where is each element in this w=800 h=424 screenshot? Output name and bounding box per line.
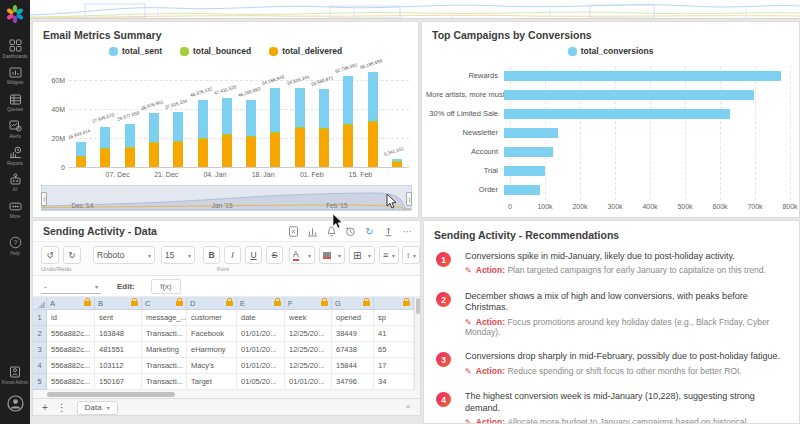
navigator-right-handle[interactable]: || [406, 192, 412, 206]
campaign-bar[interactable] [504, 166, 545, 176]
grid-cell[interactable]: 556a882c... [47, 358, 95, 374]
sidebar-item-help[interactable]: ? Help [0, 233, 30, 260]
grid-horizontal-scrollbar[interactable] [33, 390, 420, 398]
font-size-select[interactable]: 15 ▾ [161, 246, 195, 264]
email-bar[interactable]: 16,943,814 [76, 142, 86, 167]
history-clock-icon[interactable] [344, 225, 357, 238]
row-number[interactable]: 5 [33, 374, 47, 390]
grid-cell[interactable]: id [47, 310, 95, 326]
alert-bell-icon[interactable] [325, 225, 338, 238]
sidebar-item-more[interactable]: More [0, 197, 30, 224]
grid-cell[interactable]: 34796 [332, 374, 374, 390]
email-chart-navigator[interactable]: || || Dec '14 Jan '15 Feb '15 [41, 185, 412, 211]
row-number[interactable]: 2 [33, 326, 47, 342]
email-bar[interactable]: 53,983,971 [319, 89, 329, 167]
sheet-tab-data[interactable]: Data ▾ [77, 401, 118, 415]
grid-cell[interactable]: Transacti... [142, 358, 187, 374]
email-bar[interactable]: 27,945,570 [100, 127, 110, 168]
row-number[interactable]: 4 [33, 358, 47, 374]
column-header-B[interactable]: B [95, 297, 142, 310]
grid-cell[interactable]: 556a882c... [47, 342, 95, 358]
grid-cell[interactable]: customer [187, 310, 237, 326]
grid-cell[interactable]: 17 [374, 358, 414, 374]
fx-button[interactable]: f(x) [151, 279, 181, 294]
grid-cell[interactable]: 01/01/20... [237, 342, 285, 358]
column-header-G[interactable]: G [332, 297, 374, 310]
email-bar[interactable]: 54,615,344 [295, 88, 305, 167]
knowi-logo-icon[interactable] [5, 4, 25, 28]
font-family-select[interactable]: Roboto ▾ [93, 246, 155, 264]
campaign-bar[interactable] [504, 185, 540, 195]
legend-item-total_sent[interactable]: total_sent [109, 46, 162, 56]
column-header-D[interactable]: D [187, 297, 237, 310]
strikethrough-button[interactable]: S [266, 246, 283, 264]
legend-item-total_delivered[interactable]: total_delivered [269, 46, 342, 56]
grid-cell[interactable]: 38449 [332, 326, 374, 342]
grid-cell[interactable]: 12/25/20... [285, 358, 332, 374]
email-bar[interactable]: 62,786,581 [343, 76, 353, 167]
grid-cell[interactable]: 01/05/20... [237, 374, 285, 390]
redo-button[interactable]: ↻ [63, 246, 81, 264]
bold-button[interactable]: B [203, 246, 220, 264]
grid-cell[interactable]: 01/01/20... [285, 374, 332, 390]
select-all-corner[interactable] [33, 297, 47, 310]
grid-cell[interactable]: 12/25/20... [285, 342, 332, 358]
campaign-bar[interactable] [504, 90, 754, 100]
column-header-partial[interactable] [374, 297, 414, 310]
grid-cell[interactable]: date [237, 310, 285, 326]
italic-button[interactable]: I [224, 246, 241, 264]
grid-cell[interactable]: 01/01/20... [237, 326, 285, 342]
sidebar-item-knowi-admin[interactable]: Knowi Admin [0, 363, 30, 389]
navigator-left-handle[interactable]: || [41, 192, 47, 206]
align-button[interactable]: ≡ ▾ [379, 246, 399, 264]
more-options-icon[interactable]: ⋯ [401, 225, 414, 238]
grid-cell[interactable]: 34 [374, 374, 414, 390]
grid-cell[interactable]: message_... [142, 310, 187, 326]
borders-button[interactable]: ⊞ ▾ [349, 246, 375, 264]
grid-vertical-scrollbar[interactable] [414, 297, 420, 390]
email-bar[interactable]: 65,199,699 [368, 72, 378, 167]
refresh-icon[interactable]: ↻ [363, 225, 376, 238]
sidebar-item-widgets[interactable]: Widgets [0, 63, 30, 90]
sidebar-item-alerts[interactable]: Alerts [0, 116, 30, 143]
add-sheet-button[interactable]: + [42, 402, 48, 413]
grid-cell[interactable]: opened [332, 310, 374, 326]
grid-cell[interactable]: 103112 [95, 358, 142, 374]
email-bar[interactable]: 29,577,059 [125, 124, 135, 167]
grid-cell[interactable]: sent [95, 310, 142, 326]
sidebar-item-dashboards[interactable]: Dashboards [0, 36, 30, 63]
email-bar[interactable]: 36,976,901 [149, 113, 159, 167]
sidebar-item-reports[interactable]: Reports [0, 143, 30, 170]
legend-item-total_conversions[interactable]: total_conversions [568, 46, 654, 56]
row-number[interactable]: 3 [33, 342, 47, 358]
grid-cell[interactable]: Target [187, 374, 237, 390]
fill-color-button[interactable]: ▾ [319, 246, 345, 264]
campaign-bar[interactable] [504, 147, 553, 157]
export-excel-icon[interactable] [287, 225, 300, 238]
column-header-A[interactable]: A [47, 297, 95, 310]
grid-cell[interactable]: 150167 [95, 374, 142, 390]
grid-cell[interactable]: 556a882c... [47, 326, 95, 342]
grid-cell[interactable]: sp [374, 310, 414, 326]
column-header-F[interactable]: F [285, 297, 332, 310]
grid-cell[interactable]: 67438 [332, 342, 374, 358]
grid-cell[interactable]: 01/01/20... [237, 358, 285, 374]
campaign-bar[interactable] [504, 128, 558, 138]
grid-cell[interactable]: Facebook [187, 326, 237, 342]
sidebar-item-queries[interactable]: Queries [0, 90, 30, 117]
column-header-C[interactable]: C [142, 297, 187, 310]
email-bar[interactable]: 46,200,863 [246, 100, 256, 167]
grid-cell[interactable]: 163848 [95, 326, 142, 342]
grid-cell[interactable]: 12/25/20... [285, 326, 332, 342]
email-bar[interactable]: 37,815,334 [173, 112, 183, 167]
cell-name-box[interactable]: - ▾ [41, 279, 101, 294]
grid-cell[interactable]: 556a882c... [47, 374, 95, 390]
grid-cell[interactable]: Transacti... [142, 326, 187, 342]
email-bar[interactable]: 54,166,948 [270, 88, 280, 167]
grid-cell[interactable]: Marketing [142, 342, 187, 358]
email-bar[interactable]: 47,431,520 [222, 98, 232, 167]
campaign-bar[interactable] [504, 71, 781, 81]
grid-cell[interactable]: Macy's [187, 358, 237, 374]
grid-cell[interactable]: 481551 [95, 342, 142, 358]
user-avatar[interactable] [7, 395, 24, 416]
